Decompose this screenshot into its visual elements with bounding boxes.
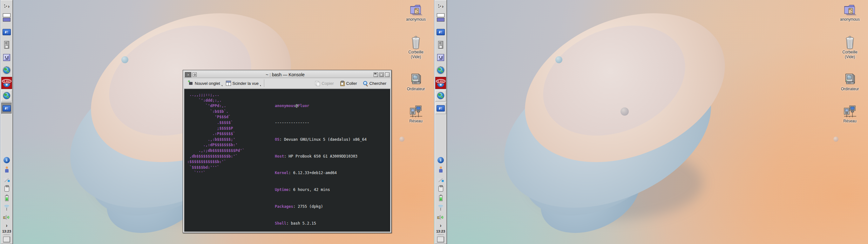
konsole-icon: #! [437,105,445,112]
file-manager-launcher[interactable] [435,51,446,64]
desktop-icons: anonymous Corbeille (Vide) [836,2,864,124]
system-tray: i › 13:23 05/08/2025 [435,155,446,244]
neofetch-userhost: anonymous@Fluor [275,103,376,109]
notifications-tray-item[interactable]: i [435,155,446,165]
battery-tray-item[interactable] [1,193,12,203]
user-tray-item[interactable] [1,165,12,175]
paste-button[interactable]: Coller [337,80,359,87]
find-button[interactable]: Chercher [361,80,389,87]
user-tray-item[interactable] [435,165,446,175]
window-titlebar[interactable]: › ~ : bash — Konsole [184,71,391,78]
red-app-launcher[interactable]: 5 402 [1,77,12,89]
task-konsole[interactable]: #! [435,102,446,115]
notifications-tray-item[interactable]: i [1,155,12,165]
info-icon: i [437,157,444,163]
paper-plane-icon [3,176,10,182]
red-app-launcher[interactable]: 5 402 [435,77,446,89]
show-desktop-button[interactable] [3,237,10,242]
new-tab-button[interactable]: Nouvel onglet [186,80,222,87]
system-launcher[interactable] [1,38,12,51]
share-tray-item[interactable] [435,175,446,184]
task-konsole-active[interactable]: #! [1,102,12,115]
red-app-number: 5 402 [2,79,11,83]
desktop-icon-trash[interactable]: Corbeille (Vide) [408,35,423,59]
desktop-icon-label: Ordinateur [841,87,859,92]
clipboard-icon [438,186,443,191]
desktop-icon-computer[interactable]: Ordinateur [407,72,425,92]
home-folder-icon [409,3,423,17]
desktop-icon-computer[interactable]: Ordinateur [841,72,859,92]
split-view-button[interactable]: Scinder la vue [224,80,261,87]
konsole-launcher[interactable]: #! [1,26,12,38]
close-button[interactable] [385,72,390,77]
split-view-icon [226,81,231,86]
clipboard-tray-item[interactable] [435,184,446,193]
clock[interactable]: 13:23 [435,229,446,234]
battery-tray-item[interactable] [435,193,446,203]
app-menu-button[interactable]: › [1,0,12,12]
copy-button[interactable]: Copier [313,80,336,87]
desktop-1-thumbnail[interactable] [437,13,444,17]
dropdown-arrow-icon [221,85,222,86]
info-icon: i [3,157,10,163]
window-sticky-button[interactable] [192,72,197,77]
clock[interactable]: 13:23 [1,229,12,234]
copy-icon [315,81,320,86]
desktop-icon-label2: (Vide) [845,55,855,59]
network-icon [409,104,423,119]
network-tray-item[interactable] [435,203,446,213]
system-tray: i › 13:23 05/08/2025 [1,155,12,244]
paper-plane-icon [437,176,444,182]
globe-icon [437,67,444,74]
desktop-icon-label: Corbeille [842,50,857,55]
desktop-icon-trash[interactable]: Corbeille (Vide) [842,35,857,59]
wallpaper [434,0,868,244]
task-web-app[interactable] [1,89,12,102]
konsole-icon: #! [437,29,445,35]
network-tray-item[interactable] [1,203,12,213]
globe-icon [3,67,10,74]
desktop-icon-home[interactable]: anonymous [406,3,426,22]
clipboard-tray-item[interactable] [1,184,12,193]
desktop-1-thumbnail[interactable] [3,13,10,17]
show-desktop-button[interactable] [437,237,444,242]
neofetch-underline: --------------- [275,120,376,126]
window-menu-button[interactable]: › [185,72,191,77]
toolbar-separator [264,80,265,87]
clock-date: 05/08/2025 [435,234,446,236]
web-browser-launcher[interactable] [1,64,12,77]
konsole-launcher[interactable]: #! [435,26,446,38]
virtual-desktop-pager[interactable] [435,12,446,23]
minimize-button[interactable] [374,72,378,77]
web-browser-launcher[interactable] [435,64,446,77]
app-menu-dots-icon [4,4,7,8]
app-menu-button[interactable]: › [435,0,446,12]
desktop-2-thumbnail-current[interactable] [3,18,10,22]
computer-tower-icon [4,41,9,49]
file-manager-launcher[interactable] [1,51,12,64]
computer-tower-icon [438,41,443,49]
app-menu-chevron-icon: › [442,3,443,9]
tray-expand-arrow[interactable]: › [1,222,12,229]
desktop-icon-network[interactable]: Réseau [843,104,857,124]
trash-icon [843,35,857,50]
system-launcher[interactable] [435,38,446,51]
computer-icon [843,72,857,87]
dropdown-arrow-icon [260,85,261,86]
globe-icon [437,92,444,99]
info-row: OS: Devuan GNU/Linux 5 (daedalus) x86_64 [275,137,376,143]
terminal-viewport[interactable]: ..,,;;;::;,.. `':ddd;:,. `'dPPd:,. `:b$$… [184,89,390,232]
info-row: Kernel: 6.12.33+deb12-amd64 [275,170,376,176]
virtual-desktop-pager[interactable] [1,12,12,23]
task-web-app[interactable] [435,89,446,102]
desktop-2-thumbnail-current[interactable] [437,18,444,22]
tray-expand-arrow[interactable]: › [435,222,446,229]
share-tray-item[interactable] [1,175,12,184]
volume-tray-item[interactable] [435,213,446,222]
search-icon [363,81,368,86]
desktop-icon-home[interactable]: anonymous [840,3,860,22]
volume-tray-item[interactable] [1,213,12,222]
maximize-button[interactable] [379,72,384,77]
desktop-icon-network[interactable]: Réseau [409,104,423,124]
desktop-icon-label2: (Vide) [411,55,421,59]
